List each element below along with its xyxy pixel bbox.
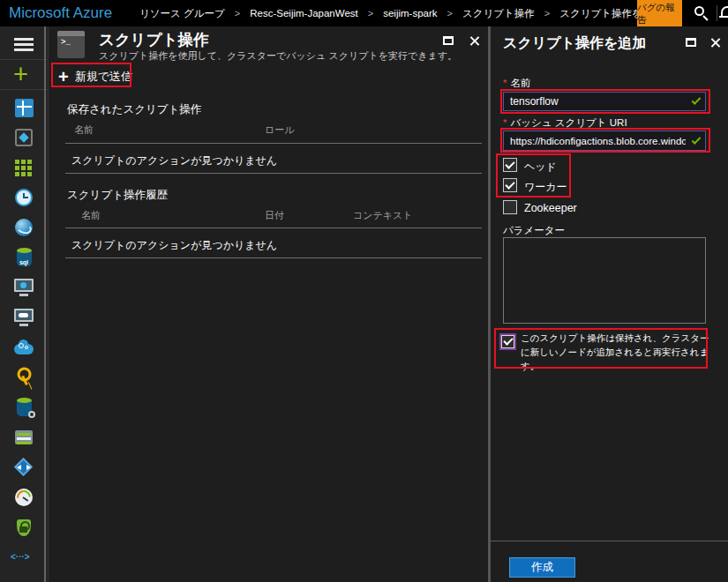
breadcrumb-separator-icon: > bbox=[368, 8, 373, 19]
breadcrumb-script-actions[interactable]: スクリプト操作 bbox=[462, 7, 535, 20]
search-button[interactable] bbox=[694, 5, 710, 22]
blade-subtitle: スクリプト操作を使用して、クラスターでバッシュ スクリプトを実行できます。 bbox=[99, 49, 457, 63]
sidebar-item-traffic-manager[interactable] bbox=[0, 455, 48, 480]
history-col-date[interactable]: 日付 bbox=[265, 209, 284, 222]
history-col-name[interactable]: 名前 bbox=[81, 209, 101, 222]
table-divider bbox=[65, 228, 482, 228]
head-checkbox-label[interactable]: ヘッド bbox=[524, 160, 557, 175]
sidebar-item-app-services[interactable] bbox=[0, 215, 48, 240]
cube-icon bbox=[15, 129, 33, 146]
table-divider bbox=[65, 143, 482, 144]
sidebar-item-advisor[interactable] bbox=[0, 485, 48, 510]
maximize-icon[interactable] bbox=[443, 36, 454, 45]
breadcrumb-separator-icon: > bbox=[235, 8, 240, 19]
report-bug-button[interactable]: バグの報告 bbox=[637, 0, 682, 27]
name-field-label: *名前 bbox=[503, 77, 530, 90]
uri-field-label: *バッシュ スクリプト URI bbox=[503, 116, 627, 130]
bell-icon-base bbox=[719, 16, 728, 18]
terminal-icon bbox=[57, 31, 85, 58]
code-brackets-icon bbox=[11, 551, 37, 563]
zookeeper-checkbox-label[interactable]: Zookeeper bbox=[524, 202, 577, 214]
grid-icon bbox=[15, 159, 33, 176]
script-actions-blade: スクリプト操作 スクリプト操作を使用して、クラスターでバッシュ スクリプトを実行… bbox=[49, 26, 488, 582]
diamond-arrows-icon bbox=[13, 457, 34, 478]
sidebar-item-resource-groups[interactable] bbox=[0, 155, 48, 180]
search-icon bbox=[694, 6, 704, 16]
saved-col-name[interactable]: 名前 bbox=[74, 123, 94, 137]
bash-script-uri-input[interactable] bbox=[503, 131, 706, 151]
worker-checkbox[interactable] bbox=[503, 178, 517, 192]
bell-icon bbox=[721, 6, 728, 16]
azure-portal: Microsoft Azure リソース グループ > Resc-Seijim-… bbox=[0, 0, 728, 582]
history-empty-message: スクリプトのアクションが見つかりません bbox=[71, 238, 277, 253]
create-button[interactable]: 作成 bbox=[509, 557, 575, 578]
dashboard-icon bbox=[15, 99, 34, 117]
history-section-title: スクリプト操作履歴 bbox=[67, 188, 168, 203]
breadcrumb-separator-icon: > bbox=[544, 8, 550, 19]
breadcrumb-resource-groups[interactable]: リソース グループ bbox=[139, 7, 225, 20]
sidebar-item-security-center[interactable] bbox=[0, 515, 48, 540]
breadcrumb: リソース グループ > Resc-Seijim-JapanWest > seij… bbox=[139, 0, 663, 26]
maximize-icon[interactable] bbox=[686, 38, 696, 47]
globe-icon bbox=[15, 219, 33, 236]
breadcrumb-cluster[interactable]: seijim-spark bbox=[383, 8, 437, 19]
sidebar-item-server-farm[interactable] bbox=[0, 425, 48, 450]
add-blade-title: スクリプト操作を追加 bbox=[503, 34, 646, 53]
saved-col-role[interactable]: ロール bbox=[265, 123, 295, 137]
footer-divider bbox=[491, 541, 728, 541]
breadcrumb-separator-icon: > bbox=[447, 8, 453, 19]
key-icon bbox=[15, 366, 33, 388]
left-sidebar bbox=[0, 26, 49, 582]
sidebar-item-all-resources[interactable] bbox=[0, 125, 48, 150]
sql-database-icon bbox=[17, 250, 32, 266]
monitor-cloud-icon bbox=[14, 309, 34, 322]
search-icon-handle bbox=[702, 15, 708, 20]
cloud-gears-icon bbox=[14, 344, 34, 354]
shield-lock-icon bbox=[17, 519, 31, 536]
worker-checkbox-label[interactable]: ワーカー bbox=[524, 180, 567, 195]
gauge-icon bbox=[15, 489, 33, 506]
clock-icon bbox=[15, 189, 33, 206]
close-icon[interactable] bbox=[709, 37, 722, 48]
sidebar-item-recent[interactable] bbox=[0, 185, 48, 210]
top-bar: Microsoft Azure リソース グループ > Resc-Seijim-… bbox=[0, 0, 728, 26]
sidebar-item-new[interactable] bbox=[0, 63, 48, 87]
blade-title: スクリプト操作 bbox=[99, 29, 209, 50]
notifications-button[interactable] bbox=[721, 6, 728, 19]
sql-warehouse-icon bbox=[17, 399, 32, 416]
sidebar-item-sql-data-warehouse[interactable] bbox=[0, 395, 48, 420]
monitor-icon bbox=[14, 279, 34, 292]
magnifier-icon bbox=[28, 411, 35, 418]
sidebar-scrollbar[interactable] bbox=[44, 26, 46, 582]
sidebar-item-virtual-machines[interactable] bbox=[0, 275, 48, 300]
persist-checkbox[interactable] bbox=[501, 335, 514, 348]
azure-logo[interactable]: Microsoft Azure bbox=[9, 0, 112, 26]
history-col-context[interactable]: コンテキスト bbox=[353, 209, 413, 222]
parameters-textarea[interactable] bbox=[503, 237, 706, 324]
saved-section-title: 保存されたスクリプト操作 bbox=[67, 102, 201, 117]
required-marker: * bbox=[503, 78, 507, 88]
table-divider bbox=[65, 173, 482, 174]
table-divider bbox=[65, 257, 482, 258]
sidebar-menu-button[interactable] bbox=[0, 32, 48, 56]
sidebar-divider bbox=[0, 89, 48, 90]
add-script-action-blade: スクリプト操作を追加 *名前 *バッシュ スクリプト URI ヘッド ワーカー … bbox=[491, 26, 728, 582]
zookeeper-checkbox[interactable] bbox=[503, 200, 517, 214]
head-checkbox[interactable] bbox=[503, 158, 517, 172]
sidebar-item-batch[interactable] bbox=[0, 335, 48, 360]
topbar-divider bbox=[717, 5, 717, 21]
parameters-label: パラメーター bbox=[503, 224, 565, 237]
name-input[interactable] bbox=[503, 92, 706, 111]
submit-new-button[interactable]: + 新規で送信 bbox=[58, 67, 132, 86]
required-marker: * bbox=[503, 117, 507, 128]
server-list-icon bbox=[15, 430, 33, 444]
close-icon[interactable] bbox=[469, 35, 481, 47]
persist-checkbox-label[interactable]: このスクリプト操作は保持され、クラスターに新しいノードが追加されると再実行されま… bbox=[521, 332, 710, 373]
sidebar-item-key-vault[interactable] bbox=[0, 365, 48, 390]
breadcrumb-resource-group[interactable]: Resc-Seijim-JapanWest bbox=[250, 8, 358, 19]
sidebar-item-sql-databases[interactable] bbox=[0, 245, 48, 270]
sidebar-item-dashboard[interactable] bbox=[0, 95, 48, 120]
saved-empty-message: スクリプトのアクションが見つかりません bbox=[71, 153, 277, 168]
sidebar-item-cloud-services[interactable] bbox=[0, 305, 48, 330]
sidebar-item-console[interactable] bbox=[0, 545, 48, 570]
